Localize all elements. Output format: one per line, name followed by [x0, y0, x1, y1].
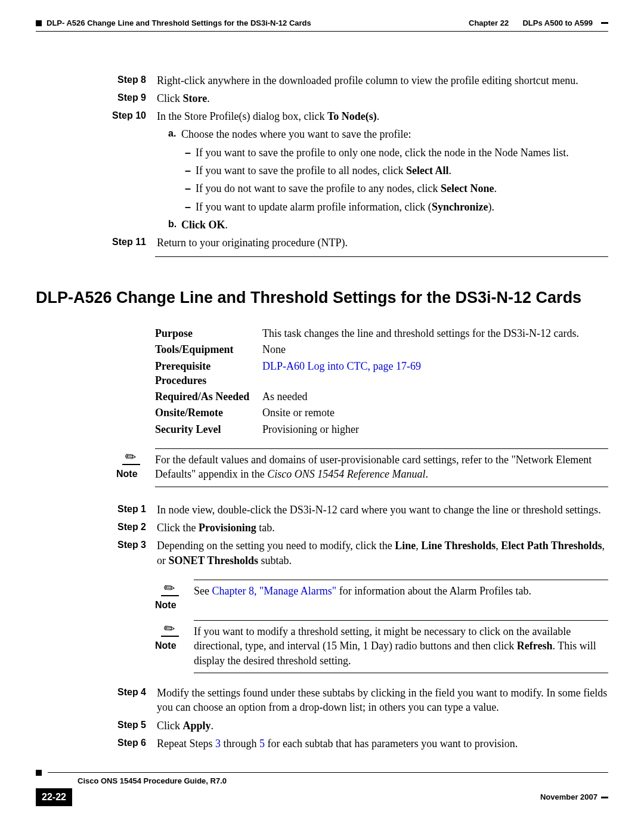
substep-b: b. Click OK.: [168, 218, 608, 232]
step-body: Click the Provisioning tab.: [157, 521, 608, 535]
step-body: Modify the settings found under these su…: [157, 686, 608, 715]
note-icon-col: ✎ Note: [155, 580, 194, 611]
note-block: ✎ Note If you want to modify a threshold…: [155, 620, 608, 673]
step-row: Step 2 Click the Provisioning tab.: [36, 521, 608, 535]
dash-text: If you want to save the profile to only …: [196, 145, 569, 160]
info-value: This task changes the line and threshold…: [262, 326, 608, 340]
header-end-rule: [601, 22, 608, 24]
step-ref-link[interactable]: 5: [259, 738, 265, 750]
substep-dash: – If you do not want to save the profile…: [185, 181, 608, 196]
step-label: Step 10: [104, 109, 157, 123]
dash-icon: –: [185, 145, 196, 160]
step-body: Right-click anywhere in the downloaded p…: [157, 73, 608, 88]
info-label: Purpose: [155, 326, 262, 340]
prereq-link[interactable]: DLP-A60 Log into CTC, page 17-69: [262, 359, 608, 388]
step-label: Step 1: [104, 503, 157, 517]
footer-square-icon: [36, 770, 42, 776]
info-label: Required/As Needed: [155, 389, 262, 404]
task-title: DLP-A526 Change Line and Threshold Setti…: [36, 287, 608, 308]
step-body: In node view, double-click the DS3i-N-12…: [157, 503, 608, 517]
header-chapter: Chapter 22: [469, 18, 509, 29]
step-label: Step 3: [104, 538, 157, 568]
header-rule: [36, 31, 608, 32]
step-ref-link[interactable]: 3: [215, 738, 221, 750]
dash-icon: –: [185, 163, 196, 178]
step-row: Step 5 Click Apply.: [36, 719, 608, 733]
page-footer: Cisco ONS 15454 Procedure Guide, R7.0 22…: [36, 770, 608, 806]
footer-date: November 2007: [540, 792, 608, 803]
note-label: Note: [155, 599, 194, 612]
info-value: Onsite or remote: [262, 405, 608, 420]
dash-text: If you want to update alarm profile info…: [196, 200, 494, 214]
note-body: If you want to modify a threshold settin…: [194, 620, 608, 673]
step-row: Step 6 Repeat Steps 3 through 5 for each…: [36, 736, 608, 751]
dash-text: If you want to save the profile to all n…: [196, 163, 451, 178]
dash-icon: –: [185, 181, 196, 196]
substep-dash: – If you want to save the profile to onl…: [185, 145, 608, 160]
note-label: Note: [116, 467, 155, 481]
page: DLP- A526 Change Line and Threshold Sett…: [0, 0, 644, 833]
content: Step 8 Right-click anywhere in the downl…: [36, 73, 608, 751]
info-label: Tools/Equipment: [155, 342, 262, 357]
header-chapter-title: DLPs A500 to A599: [522, 18, 593, 29]
step-label: Step 5: [104, 719, 157, 733]
header-section-title: DLP- A526 Change Line and Threshold Sett…: [47, 18, 311, 29]
note-label: Note: [155, 639, 194, 652]
note-icon-col: ✎ Note: [155, 620, 194, 673]
step-row: Step 3 Depending on the setting you need…: [36, 538, 608, 568]
substep-a: a. Choose the nodes where you want to sa…: [168, 127, 608, 141]
info-value: None: [262, 342, 608, 357]
step-label: Step 8: [104, 73, 157, 88]
step-row: Step 11 Return to your originating proce…: [36, 236, 608, 250]
note-body: For the default values and domains of us…: [155, 448, 608, 487]
section-rule: [155, 256, 608, 257]
step-row: Step 1 In node view, double-click the DS…: [36, 503, 608, 517]
note-block: ✎ Note For the default values and domain…: [116, 448, 608, 487]
dash-icon: –: [185, 200, 196, 214]
footer-guide-title: Cisco ONS 15454 Procedure Guide, R7.0: [78, 776, 608, 786]
footer-rule: [48, 772, 608, 773]
step-label: Step 4: [104, 686, 157, 715]
note-icon-col: ✎ Note: [116, 448, 155, 487]
step-row: Step 9 Click Store.: [36, 91, 608, 106]
step-body: Return to your originating procedure (NT…: [157, 236, 608, 250]
substep-text: Choose the nodes where you want to save …: [181, 127, 411, 141]
info-label: Security Level: [155, 422, 262, 436]
note-body: See Chapter 8, "Manage Alarms" for infor…: [194, 580, 608, 611]
chapter-link[interactable]: Chapter 8, "Manage Alarms": [212, 585, 337, 597]
substep-dash: – If you want to update alarm profile in…: [185, 200, 608, 214]
step-label: Step 11: [104, 236, 157, 250]
step-row: Step 8 Right-click anywhere in the downl…: [36, 73, 608, 88]
step-body: Repeat Steps 3 through 5 for each subtab…: [157, 736, 608, 751]
page-number: 22-22: [36, 788, 72, 806]
substep-label: b.: [168, 218, 181, 232]
step-body: Depending on the setting you need to mod…: [157, 538, 608, 568]
step-label: Step 2: [104, 521, 157, 535]
step-body: Click Apply.: [157, 719, 608, 733]
dash-text: If you do not want to save the profile t…: [196, 181, 497, 196]
step-row: Step 4 Modify the settings found under t…: [36, 686, 608, 715]
info-table: PurposeThis task changes the line and th…: [155, 326, 608, 436]
page-header: DLP- A526 Change Line and Threshold Sett…: [36, 18, 608, 29]
footer-end-rule: [601, 797, 608, 798]
step-body: Click Store.: [157, 91, 608, 106]
substep-text: Click OK.: [181, 218, 228, 232]
info-label: Onsite/Remote: [155, 405, 262, 420]
substep-dash: – If you want to save the profile to all…: [185, 163, 608, 178]
step-body: In the Store Profile(s) dialog box, clic…: [157, 109, 608, 123]
info-value: Provisioning or higher: [262, 422, 608, 436]
header-square-icon: [36, 20, 42, 26]
note-block: ✎ Note See Chapter 8, "Manage Alarms" fo…: [155, 580, 608, 611]
substep-label: a.: [168, 127, 181, 141]
info-value: As needed: [262, 389, 608, 404]
step-row: Step 10 In the Store Profile(s) dialog b…: [36, 109, 608, 123]
step-label: Step 6: [104, 736, 157, 751]
step-label: Step 9: [104, 91, 157, 106]
info-label: Prerequisite Procedures: [155, 359, 262, 388]
